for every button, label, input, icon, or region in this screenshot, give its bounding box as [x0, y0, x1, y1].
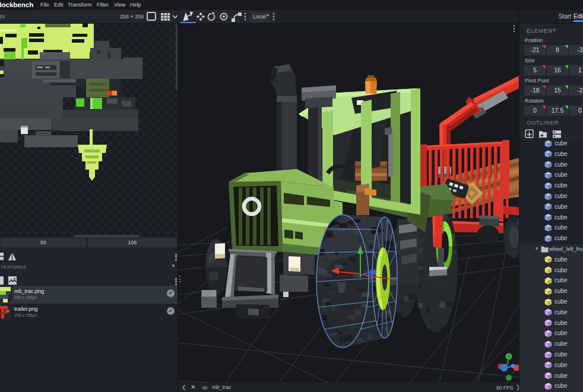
svg-text:Y: Y: [508, 355, 511, 359]
